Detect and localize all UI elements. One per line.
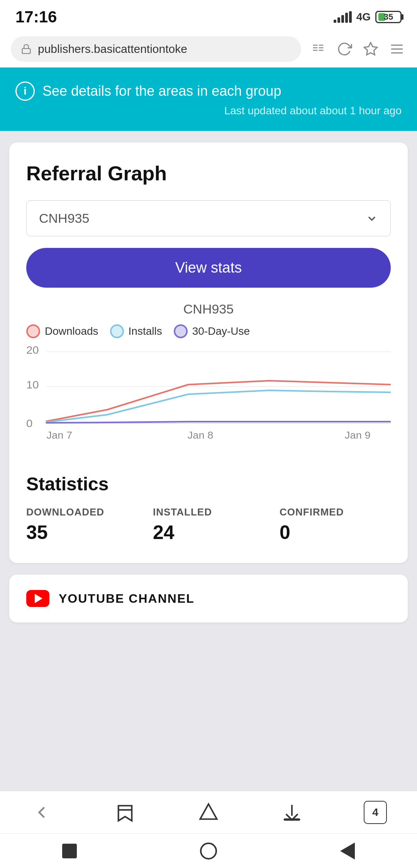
stat-confirmed: CONFIRMED 0 <box>280 506 391 544</box>
installs-legend-label: Installs <box>129 325 162 337</box>
confirmed-label: CONFIRMED <box>280 506 391 518</box>
svg-text:0: 0 <box>26 417 32 429</box>
info-sub-text: Last updated about about 1 hour ago <box>15 105 402 117</box>
youtube-card[interactable]: YOUTUBE CHANNEL <box>9 575 408 622</box>
battery-icon: 35 <box>375 11 402 23</box>
network-label: 4G <box>356 11 371 23</box>
legend-30day: 30-Day-Use <box>174 324 250 338</box>
installed-value: 24 <box>153 521 264 544</box>
svg-text:10: 10 <box>26 379 39 391</box>
youtube-label: YOUTUBE CHANNEL <box>59 592 195 606</box>
download-button[interactable] <box>273 799 311 826</box>
square-button[interactable] <box>60 841 79 861</box>
bookmark-button[interactable] <box>361 40 380 58</box>
browser-bar: publishers.basicattentiontoke <box>0 31 417 68</box>
stat-installed: INSTALLED 24 <box>153 506 264 544</box>
installed-label: INSTALLED <box>153 506 264 518</box>
downloaded-label: DOWNLOADED <box>26 506 137 518</box>
svg-rect-17 <box>285 819 300 820</box>
status-time: 17:16 <box>15 8 57 26</box>
svg-rect-0 <box>22 49 31 54</box>
downloads-legend-circle <box>26 324 40 338</box>
installs-legend-circle <box>110 324 124 338</box>
view-stats-label: View stats <box>175 259 242 276</box>
home-system-button[interactable] <box>199 841 218 861</box>
status-bar: 17:16 4G 35 <box>0 0 417 31</box>
statistics-row: DOWNLOADED 35 INSTALLED 24 CONFIRMED 0 <box>26 506 391 544</box>
chart-legend: Downloads Installs 30-Day-Use <box>26 324 391 338</box>
home-button[interactable] <box>189 799 228 826</box>
url-text: publishers.basicattentiontoke <box>38 42 291 56</box>
bookmarks-button[interactable] <box>106 799 144 826</box>
youtube-icon <box>26 590 49 607</box>
status-icons: 4G 35 <box>334 11 402 23</box>
back-system-button[interactable] <box>338 841 357 861</box>
signal-icon <box>334 11 352 23</box>
menu-button[interactable] <box>388 40 406 58</box>
url-bar[interactable]: publishers.basicattentiontoke <box>11 36 301 62</box>
bottom-nav: 4 <box>0 791 417 833</box>
thirtyday-legend-label: 30-Day-Use <box>192 325 250 337</box>
legend-downloads: Downloads <box>26 324 98 338</box>
info-main-text: See details for the areas in each group <box>42 83 281 99</box>
svg-text:Jan 7: Jan 7 <box>46 430 72 441</box>
thirtyday-legend-circle <box>174 324 188 338</box>
info-icon: i <box>15 81 35 101</box>
tabs-button[interactable]: 4 <box>356 799 395 826</box>
legend-installs: Installs <box>110 324 162 338</box>
referral-graph-card: Referral Graph CNH935 View stats CNH935 … <box>9 142 408 563</box>
refresh-button[interactable] <box>335 40 354 58</box>
tab-count-badge: 4 <box>364 801 387 824</box>
system-nav <box>0 833 417 868</box>
referrer-dropdown[interactable]: CNH935 <box>26 200 391 236</box>
back-button[interactable] <box>22 799 61 826</box>
svg-marker-16 <box>200 804 217 819</box>
svg-text:Jan 9: Jan 9 <box>345 430 371 441</box>
info-banner: i See details for the areas in each grou… <box>0 68 417 131</box>
view-stats-button[interactable]: View stats <box>26 248 391 288</box>
stat-downloaded: DOWNLOADED 35 <box>26 506 137 544</box>
downloaded-value: 35 <box>26 521 137 544</box>
referral-graph-title: Referral Graph <box>26 162 391 185</box>
svg-text:Jan 8: Jan 8 <box>188 430 214 441</box>
chart-svg: 20 10 0 Jan 7 Jan 8 Jan 9 <box>26 346 391 462</box>
downloads-legend-label: Downloads <box>45 325 98 337</box>
confirmed-value: 0 <box>280 521 391 544</box>
dropdown-value: CNH935 <box>39 211 89 226</box>
lock-icon <box>21 43 32 55</box>
chart-container: 20 10 0 Jan 7 Jan 8 Jan 9 <box>26 346 391 462</box>
statistics-title: Statistics <box>26 473 391 495</box>
svg-marker-1 <box>364 42 377 55</box>
svg-text:20: 20 <box>26 346 39 356</box>
chart-title: CNH935 <box>26 302 391 317</box>
reader-mode-button[interactable] <box>309 40 327 58</box>
main-content: Referral Graph CNH935 View stats CNH935 … <box>0 131 417 731</box>
chevron-down-icon <box>366 212 378 225</box>
